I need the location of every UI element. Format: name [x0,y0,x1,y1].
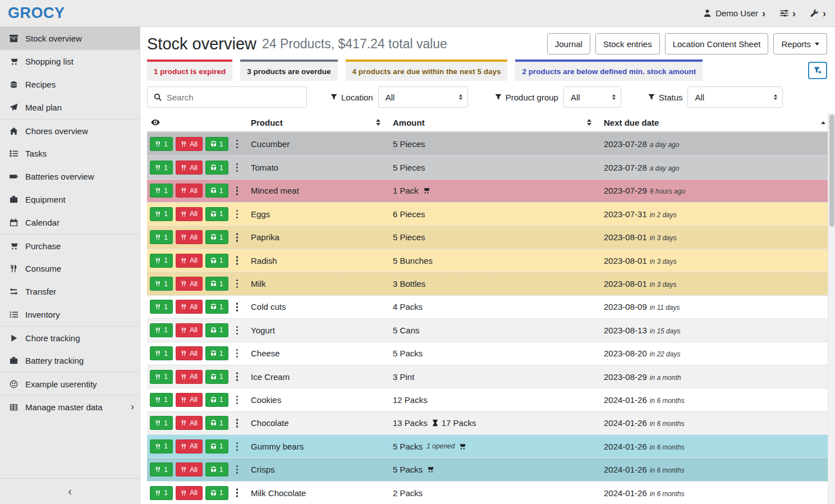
consume-all-button[interactable]: All [176,346,203,360]
consume-all-button[interactable]: All [176,277,203,291]
open-one-button[interactable]: 1 [205,277,228,291]
status-banner[interactable]: 2 products are below defined min. stock … [515,59,703,81]
open-one-button[interactable]: 1 [205,486,228,500]
consume-one-button[interactable]: 1 [150,486,173,500]
row-menu-button[interactable] [232,346,242,361]
consume-all-button[interactable]: All [176,137,203,151]
open-one-button[interactable]: 1 [205,161,228,175]
sidebar-item-recipes[interactable]: Recipes › [0,73,140,96]
sidebar-item-batteries-overview[interactable]: Batteries overview › [0,165,140,188]
open-one-button[interactable]: 1 [205,416,228,430]
sidebar-collapse-button[interactable]: ‹ [0,478,140,504]
sidebar-item-inventory[interactable]: Inventory › [0,303,140,326]
sidebar-item-calendar[interactable]: Calendar › [0,211,140,234]
sidebar-item-manage-master-data[interactable]: Manage master data › [0,395,140,418]
row-menu-button[interactable] [232,323,242,338]
open-one-button[interactable]: 1 [205,346,228,360]
row-menu-button[interactable] [232,393,242,407]
sidebar-item-purchase[interactable]: Purchase › [0,234,140,257]
stock-entries-button[interactable]: Stock entries [595,33,660,54]
sidebar-item-meal-plan[interactable]: Meal plan › [0,96,140,119]
location-content-sheet-button[interactable]: Location Content Sheet [665,33,769,54]
settings-menu[interactable]: › [780,8,796,19]
user-menu[interactable]: Demo User › [703,8,765,19]
clear-filters-button[interactable] [808,62,827,79]
admin-tools-menu[interactable]: › [810,8,826,19]
status-banner[interactable]: 3 products are overdue [240,59,337,81]
status-banner[interactable]: 1 product is expired [147,59,232,81]
consume-all-button[interactable]: All [176,254,203,268]
consume-all-button[interactable]: All [176,161,203,175]
column-header-next-due-date[interactable]: Next due date [604,118,828,127]
open-one-button[interactable]: 1 [205,393,228,407]
consume-one-button[interactable]: 1 [150,254,173,268]
consume-one-button[interactable]: 1 [150,346,173,360]
row-menu-button[interactable] [232,207,242,222]
sidebar-item-chores-overview[interactable]: Chores overview › [0,119,140,142]
consume-one-button[interactable]: 1 [150,184,173,198]
table-scrollbar[interactable] [828,113,835,504]
consume-all-button[interactable]: All [176,416,203,430]
consume-one-button[interactable]: 1 [150,439,173,453]
consume-all-button[interactable]: All [176,439,203,453]
product-group-select[interactable]: All [563,86,621,108]
open-one-button[interactable]: 1 [205,462,228,476]
scrollbar-thumb[interactable] [829,114,834,227]
open-one-button[interactable]: 1 [205,137,228,151]
location-select[interactable]: All [378,86,468,108]
sidebar-item-chore-tracking[interactable]: Chore tracking › [0,326,140,349]
row-menu-button[interactable] [232,253,242,268]
consume-all-button[interactable]: All [176,207,203,221]
sidebar-item-consume[interactable]: Consume › [0,257,140,280]
consume-one-button[interactable]: 1 [150,416,173,430]
status-select[interactable]: All [687,86,783,108]
consume-all-button[interactable]: All [176,300,203,314]
sidebar-item-equipment[interactable]: Equipment › [0,188,140,211]
consume-one-button[interactable]: 1 [150,207,173,221]
sidebar-item-shopping-list[interactable]: Shopping list › [0,50,140,73]
consume-all-button[interactable]: All [176,370,203,384]
consume-one-button[interactable]: 1 [150,300,173,314]
open-one-button[interactable]: 1 [205,323,228,337]
consume-all-button[interactable]: All [176,462,203,476]
row-menu-button[interactable] [232,137,242,152]
row-menu-button[interactable] [232,462,242,477]
open-one-button[interactable]: 1 [205,184,228,198]
open-one-button[interactable]: 1 [205,207,228,221]
app-logo[interactable]: GROCY [8,4,65,22]
open-one-button[interactable]: 1 [205,254,228,268]
row-menu-button[interactable] [232,485,242,500]
row-menu-button[interactable] [232,184,242,198]
consume-one-button[interactable]: 1 [150,393,173,407]
journal-button[interactable]: Journal [547,33,590,54]
open-one-button[interactable]: 1 [205,439,228,453]
row-menu-button[interactable] [232,300,242,314]
consume-all-button[interactable]: All [176,184,203,198]
row-menu-button[interactable] [232,416,242,430]
column-header-amount[interactable]: Amount [393,118,604,127]
column-header-product[interactable]: Product [251,118,393,127]
consume-one-button[interactable]: 1 [150,323,173,337]
sidebar-item-example-userentity[interactable]: Example userentity › [0,372,140,395]
row-menu-button[interactable] [232,277,242,291]
sidebar-item-battery-tracking[interactable]: Battery tracking › [0,349,140,372]
eye-icon[interactable] [151,118,160,127]
consume-all-button[interactable]: All [176,230,203,244]
row-menu-button[interactable] [232,439,242,454]
status-banner[interactable]: 4 products are due within the next 5 day… [346,59,508,81]
row-menu-button[interactable] [232,161,242,175]
consume-all-button[interactable]: All [176,486,203,500]
consume-one-button[interactable]: 1 [150,462,173,476]
sidebar-item-transfer[interactable]: Transfer › [0,280,140,303]
consume-one-button[interactable]: 1 [150,230,173,244]
row-menu-button[interactable] [232,369,242,384]
open-one-button[interactable]: 1 [205,230,228,244]
consume-all-button[interactable]: All [176,323,203,337]
reports-dropdown-button[interactable]: Reports [773,33,827,54]
row-menu-button[interactable] [232,230,242,245]
open-one-button[interactable]: 1 [205,300,228,314]
open-one-button[interactable]: 1 [205,370,228,384]
sidebar-item-stock-overview[interactable]: Stock overview › [0,27,140,50]
consume-all-button[interactable]: All [176,393,203,407]
sidebar-item-tasks[interactable]: Tasks › [0,142,140,165]
